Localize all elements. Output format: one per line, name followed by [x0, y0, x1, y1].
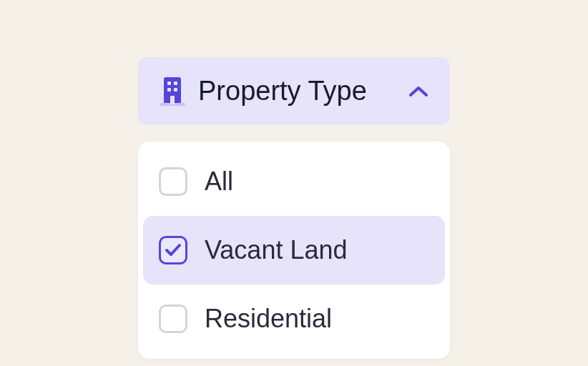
- svg-rect-4: [167, 88, 171, 92]
- property-type-dropdown-panel: All Vacant Land Residential: [138, 142, 450, 359]
- option-label: Vacant Land: [205, 235, 348, 265]
- checkbox-checked[interactable]: [159, 236, 187, 264]
- dropdown-label: Property Type: [198, 76, 396, 107]
- option-label: All: [205, 167, 233, 197]
- option-label: Residential: [205, 304, 332, 334]
- option-vacant-land[interactable]: Vacant Land: [143, 216, 445, 285]
- checkbox-unchecked[interactable]: [159, 167, 187, 196]
- option-residential[interactable]: Residential: [143, 285, 445, 353]
- option-all[interactable]: All: [143, 147, 445, 216]
- svg-rect-6: [170, 96, 175, 104]
- svg-rect-2: [167, 81, 171, 85]
- svg-rect-3: [174, 81, 177, 85]
- building-icon: [160, 76, 185, 107]
- property-type-dropdown-trigger[interactable]: Property Type: [138, 57, 450, 125]
- chevron-up-icon: [408, 81, 428, 102]
- svg-rect-5: [174, 88, 177, 92]
- checkbox-unchecked[interactable]: [159, 305, 187, 333]
